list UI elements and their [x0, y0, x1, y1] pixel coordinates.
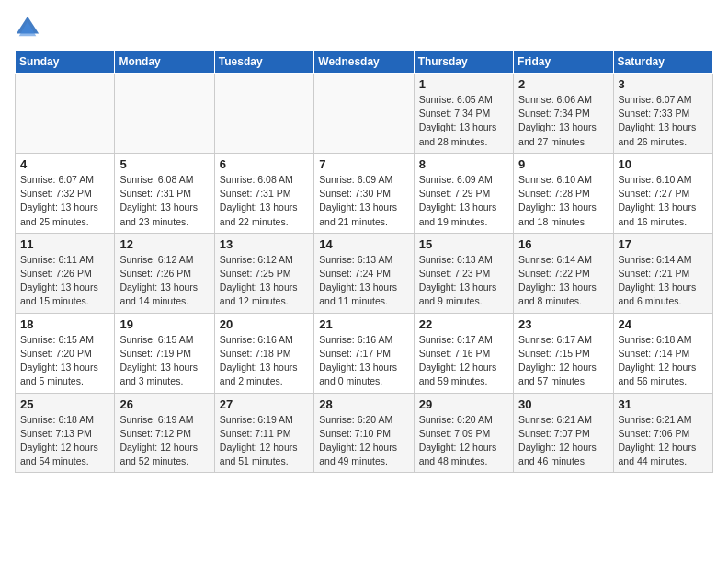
- day-number: 15: [419, 237, 508, 251]
- day-info: Sunrise: 6:18 AMSunset: 7:13 PMDaylight:…: [20, 413, 109, 469]
- calendar-cell: 4Sunrise: 6:07 AMSunset: 7:32 PMDaylight…: [16, 153, 115, 233]
- day-info: Sunrise: 6:14 AMSunset: 7:22 PMDaylight:…: [518, 253, 608, 309]
- day-info: Sunrise: 6:08 AMSunset: 7:31 PMDaylight:…: [119, 173, 209, 229]
- calendar-cell: 26Sunrise: 6:19 AMSunset: 7:12 PMDayligh…: [115, 393, 214, 473]
- day-number: 1: [419, 77, 508, 91]
- calendar-cell: 9Sunrise: 6:10 AMSunset: 7:28 PMDaylight…: [514, 153, 613, 233]
- calendar-cell: 24Sunrise: 6:18 AMSunset: 7:14 PMDayligh…: [613, 313, 712, 393]
- day-number: 30: [518, 397, 608, 411]
- day-number: 4: [20, 157, 109, 171]
- day-number: 23: [518, 317, 608, 331]
- logo-icon: [15, 15, 40, 40]
- calendar-cell: 5Sunrise: 6:08 AMSunset: 7:31 PMDaylight…: [115, 153, 214, 233]
- calendar-cell: 20Sunrise: 6:16 AMSunset: 7:18 PMDayligh…: [214, 313, 313, 393]
- day-info: Sunrise: 6:20 AMSunset: 7:10 PMDaylight:…: [319, 413, 408, 469]
- day-info: Sunrise: 6:10 AMSunset: 7:28 PMDaylight:…: [518, 173, 608, 229]
- calendar-cell: 28Sunrise: 6:20 AMSunset: 7:10 PMDayligh…: [314, 393, 414, 473]
- day-header: Saturday: [613, 51, 712, 74]
- day-header: Wednesday: [314, 51, 414, 74]
- day-info: Sunrise: 6:07 AMSunset: 7:33 PMDaylight:…: [619, 93, 708, 149]
- day-number: 8: [419, 157, 508, 171]
- day-info: Sunrise: 6:11 AMSunset: 7:26 PMDaylight:…: [20, 253, 109, 309]
- day-number: 29: [419, 397, 508, 411]
- calendar-cell: 30Sunrise: 6:21 AMSunset: 7:07 PMDayligh…: [514, 393, 613, 473]
- calendar-cell: 31Sunrise: 6:21 AMSunset: 7:06 PMDayligh…: [613, 393, 712, 473]
- day-number: 19: [119, 317, 209, 331]
- day-info: Sunrise: 6:09 AMSunset: 7:30 PMDaylight:…: [319, 173, 408, 229]
- day-number: 28: [319, 397, 408, 411]
- day-number: 11: [20, 237, 109, 251]
- calendar-cell: [115, 74, 214, 154]
- calendar-cell: 8Sunrise: 6:09 AMSunset: 7:29 PMDaylight…: [414, 153, 513, 233]
- day-info: Sunrise: 6:15 AMSunset: 7:19 PMDaylight:…: [119, 333, 209, 389]
- day-info: Sunrise: 6:07 AMSunset: 7:32 PMDaylight:…: [20, 173, 109, 229]
- calendar-week-row: 4Sunrise: 6:07 AMSunset: 7:32 PMDaylight…: [16, 153, 713, 233]
- calendar-cell: 6Sunrise: 6:08 AMSunset: 7:31 PMDaylight…: [214, 153, 313, 233]
- day-number: 3: [619, 77, 708, 91]
- day-number: 2: [518, 77, 608, 91]
- day-number: 7: [319, 157, 408, 171]
- calendar-cell: 19Sunrise: 6:15 AMSunset: 7:19 PMDayligh…: [115, 313, 214, 393]
- day-number: 14: [319, 237, 408, 251]
- calendar-cell: 1Sunrise: 6:05 AMSunset: 7:34 PMDaylight…: [414, 74, 513, 154]
- day-header: Monday: [115, 51, 214, 74]
- calendar-cell: 17Sunrise: 6:14 AMSunset: 7:21 PMDayligh…: [613, 233, 712, 313]
- day-number: 6: [220, 157, 309, 171]
- day-number: 27: [220, 397, 309, 411]
- calendar-week-row: 25Sunrise: 6:18 AMSunset: 7:13 PMDayligh…: [16, 393, 713, 473]
- day-number: 22: [419, 317, 508, 331]
- day-number: 18: [20, 317, 109, 331]
- day-info: Sunrise: 6:19 AMSunset: 7:12 PMDaylight:…: [119, 413, 209, 469]
- calendar-cell: 16Sunrise: 6:14 AMSunset: 7:22 PMDayligh…: [514, 233, 613, 313]
- day-info: Sunrise: 6:12 AMSunset: 7:25 PMDaylight:…: [220, 253, 309, 309]
- calendar-table: SundayMondayTuesdayWednesdayThursdayFrid…: [15, 50, 713, 473]
- day-number: 12: [119, 237, 209, 251]
- day-info: Sunrise: 6:06 AMSunset: 7:34 PMDaylight:…: [518, 93, 608, 149]
- day-info: Sunrise: 6:08 AMSunset: 7:31 PMDaylight:…: [220, 173, 309, 229]
- day-info: Sunrise: 6:18 AMSunset: 7:14 PMDaylight:…: [619, 333, 708, 389]
- day-info: Sunrise: 6:14 AMSunset: 7:21 PMDaylight:…: [619, 253, 708, 309]
- calendar-cell: 27Sunrise: 6:19 AMSunset: 7:11 PMDayligh…: [214, 393, 313, 473]
- day-info: Sunrise: 6:09 AMSunset: 7:29 PMDaylight:…: [419, 173, 508, 229]
- day-info: Sunrise: 6:05 AMSunset: 7:34 PMDaylight:…: [419, 93, 508, 149]
- calendar-cell: 2Sunrise: 6:06 AMSunset: 7:34 PMDaylight…: [514, 74, 613, 154]
- calendar-cell: [314, 74, 414, 154]
- day-info: Sunrise: 6:17 AMSunset: 7:15 PMDaylight:…: [518, 333, 608, 389]
- calendar-header-row: SundayMondayTuesdayWednesdayThursdayFrid…: [16, 51, 713, 74]
- day-info: Sunrise: 6:16 AMSunset: 7:17 PMDaylight:…: [319, 333, 408, 389]
- day-info: Sunrise: 6:13 AMSunset: 7:23 PMDaylight:…: [419, 253, 508, 309]
- day-number: 17: [619, 237, 708, 251]
- calendar-cell: 10Sunrise: 6:10 AMSunset: 7:27 PMDayligh…: [613, 153, 712, 233]
- page-header: [15, 15, 713, 40]
- day-number: 25: [20, 397, 109, 411]
- calendar-cell: 14Sunrise: 6:13 AMSunset: 7:24 PMDayligh…: [314, 233, 414, 313]
- calendar-cell: 3Sunrise: 6:07 AMSunset: 7:33 PMDaylight…: [613, 74, 712, 154]
- day-header: Friday: [514, 51, 613, 74]
- day-number: 13: [220, 237, 309, 251]
- day-number: 16: [518, 237, 608, 251]
- calendar-cell: 22Sunrise: 6:17 AMSunset: 7:16 PMDayligh…: [414, 313, 513, 393]
- day-number: 10: [619, 157, 708, 171]
- day-info: Sunrise: 6:10 AMSunset: 7:27 PMDaylight:…: [619, 173, 708, 229]
- day-info: Sunrise: 6:12 AMSunset: 7:26 PMDaylight:…: [119, 253, 209, 309]
- day-number: 26: [119, 397, 209, 411]
- calendar-cell: 13Sunrise: 6:12 AMSunset: 7:25 PMDayligh…: [214, 233, 313, 313]
- day-number: 31: [619, 397, 708, 411]
- day-info: Sunrise: 6:21 AMSunset: 7:07 PMDaylight:…: [518, 413, 608, 469]
- calendar-cell: [214, 74, 313, 154]
- day-info: Sunrise: 6:13 AMSunset: 7:24 PMDaylight:…: [319, 253, 408, 309]
- day-info: Sunrise: 6:21 AMSunset: 7:06 PMDaylight:…: [619, 413, 708, 469]
- day-info: Sunrise: 6:19 AMSunset: 7:11 PMDaylight:…: [220, 413, 309, 469]
- calendar-week-row: 1Sunrise: 6:05 AMSunset: 7:34 PMDaylight…: [16, 74, 713, 154]
- calendar-cell: 11Sunrise: 6:11 AMSunset: 7:26 PMDayligh…: [16, 233, 115, 313]
- day-info: Sunrise: 6:15 AMSunset: 7:20 PMDaylight:…: [20, 333, 109, 389]
- day-header: Sunday: [16, 51, 115, 74]
- day-info: Sunrise: 6:16 AMSunset: 7:18 PMDaylight:…: [220, 333, 309, 389]
- day-info: Sunrise: 6:17 AMSunset: 7:16 PMDaylight:…: [419, 333, 508, 389]
- calendar-cell: 7Sunrise: 6:09 AMSunset: 7:30 PMDaylight…: [314, 153, 414, 233]
- logo: [15, 15, 44, 40]
- calendar-cell: 25Sunrise: 6:18 AMSunset: 7:13 PMDayligh…: [16, 393, 115, 473]
- calendar-cell: 21Sunrise: 6:16 AMSunset: 7:17 PMDayligh…: [314, 313, 414, 393]
- day-header: Thursday: [414, 51, 513, 74]
- day-number: 21: [319, 317, 408, 331]
